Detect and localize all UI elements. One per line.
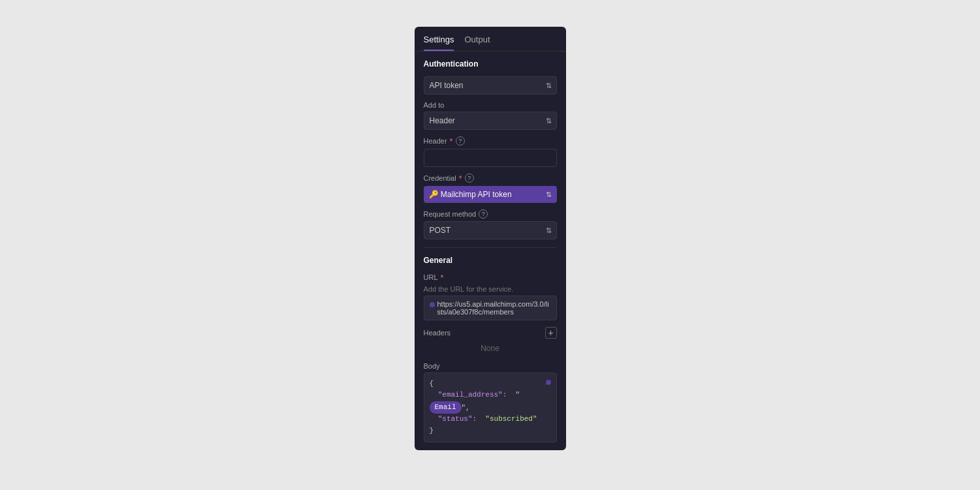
url-required: * bbox=[441, 273, 444, 283]
general-section-label: General bbox=[424, 256, 557, 265]
add-to-label: Add to bbox=[424, 101, 557, 109]
body-email-key: "email_address": bbox=[438, 391, 507, 399]
headers-none-text: None bbox=[424, 341, 557, 356]
add-to-select[interactable]: Header Query Param Body bbox=[424, 112, 557, 130]
url-label: URL * bbox=[424, 273, 557, 283]
request-method-field: Request method ? POST GET PUT PATCH DELE… bbox=[424, 209, 557, 239]
add-to-field: Add to Header Query Param Body bbox=[424, 101, 557, 130]
credential-select[interactable]: 🔑 Mailchimp API token bbox=[424, 186, 557, 203]
headers-label: Headers bbox=[424, 329, 451, 337]
add-to-select-wrapper: Header Query Param Body bbox=[424, 112, 557, 130]
body-status-key: "status": bbox=[438, 415, 477, 423]
body-status-line: "status": "subscribed" bbox=[430, 414, 551, 425]
settings-panel: Settings Output Authentication API token… bbox=[415, 27, 566, 451]
tab-output[interactable]: Output bbox=[464, 35, 490, 51]
header-required: * bbox=[450, 136, 453, 146]
request-method-select[interactable]: POST GET PUT PATCH DELETE bbox=[424, 221, 557, 239]
credential-help-icon[interactable]: ? bbox=[465, 174, 474, 183]
add-header-button[interactable]: + bbox=[545, 327, 557, 339]
request-method-help-icon[interactable]: ? bbox=[479, 209, 488, 219]
header-input[interactable]: Authorization bbox=[424, 149, 557, 167]
email-badge[interactable]: Email bbox=[430, 401, 462, 414]
auth-type-field: API token Basic Auth OAuth2 bbox=[424, 76, 557, 95]
url-field: URL * Add the URL for the service. https… bbox=[424, 273, 557, 320]
header-label: Header * ? bbox=[424, 136, 557, 146]
credential-field: Credential * ? 🔑 Mailchimp API token bbox=[424, 174, 557, 203]
headers-row: Headers + bbox=[424, 327, 557, 339]
credential-label: Credential * ? bbox=[424, 174, 557, 183]
tab-bar: Settings Output bbox=[415, 27, 566, 52]
request-method-label: Request method ? bbox=[424, 209, 557, 219]
authentication-section-label: Authentication bbox=[424, 59, 557, 69]
body-close-brace: } bbox=[430, 425, 551, 437]
body-open-brace: { bbox=[430, 378, 434, 390]
url-text: https://us5.api.mailchimp.com/3.0/lists/… bbox=[437, 300, 551, 316]
request-method-select-wrapper: POST GET PUT PATCH DELETE bbox=[424, 221, 557, 239]
panel-content: Authentication API token Basic Auth OAut… bbox=[415, 52, 566, 451]
body-code-block[interactable]: { "email_address": "Email", "status": "s… bbox=[424, 373, 557, 443]
body-status-value: "subscribed" bbox=[485, 415, 537, 423]
url-value-box[interactable]: https://us5.api.mailchimp.com/3.0/lists/… bbox=[424, 296, 557, 320]
body-section: Body { "email_address": "Email", "status… bbox=[424, 362, 557, 443]
body-label: Body bbox=[424, 362, 557, 370]
auth-type-select[interactable]: API token Basic Auth OAuth2 bbox=[424, 76, 557, 95]
body-email-line: "email_address": "Email", bbox=[430, 390, 551, 414]
headers-field: Headers + None bbox=[424, 327, 557, 356]
credential-select-wrapper: 🔑 Mailchimp API token bbox=[424, 186, 557, 203]
tab-settings[interactable]: Settings bbox=[424, 35, 454, 51]
header-field: Header * ? Authorization bbox=[424, 136, 557, 167]
credential-required: * bbox=[459, 174, 462, 183]
header-help-icon[interactable]: ? bbox=[456, 136, 465, 145]
auth-type-select-wrapper: API token Basic Auth OAuth2 bbox=[424, 76, 557, 95]
url-hint: Add the URL for the service. bbox=[424, 285, 557, 293]
section-divider bbox=[424, 247, 557, 248]
body-dot-icon bbox=[546, 380, 551, 385]
url-dot-icon bbox=[430, 302, 435, 307]
